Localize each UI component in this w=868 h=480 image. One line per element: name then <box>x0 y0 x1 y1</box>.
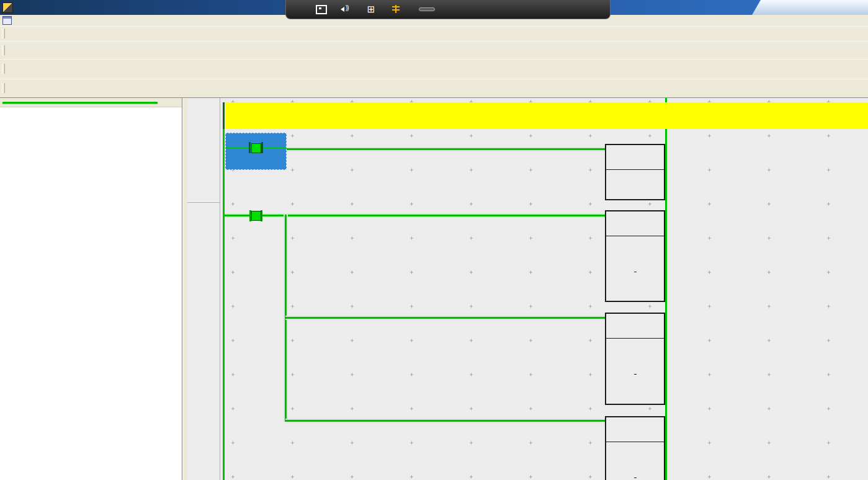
toolbar-grip[interactable] <box>2 29 5 38</box>
block-divider <box>606 442 664 442</box>
mdi-child-icon[interactable] <box>2 16 12 25</box>
project-workspace <box>0 98 182 480</box>
left-bus-bar-banner <box>223 102 225 129</box>
toolbar-grip[interactable] <box>2 64 5 74</box>
rung0-wire <box>287 147 605 151</box>
toolbar-grip[interactable] <box>2 45 5 55</box>
restore-button[interactable] <box>725 2 736 12</box>
block-divider <box>606 236 664 236</box>
toolbar-standard <box>0 26 868 42</box>
fullscreen-icon[interactable] <box>316 5 327 14</box>
mov-instruction-block-3[interactable] <box>605 416 665 480</box>
window-add-icon[interactable]: ⊞ <box>365 4 377 14</box>
block-divider <box>606 169 664 170</box>
close-button[interactable] <box>742 2 753 12</box>
mov-instruction-block-1[interactable] <box>605 210 665 302</box>
work-area <box>0 97 868 480</box>
toolbar-rungs <box>0 79 868 98</box>
contact-energized-square <box>251 143 261 153</box>
end-session-button[interactable] <box>419 7 435 11</box>
project-tree <box>0 107 182 110</box>
toolbar-plc <box>0 59 868 79</box>
left-bus-bar <box>223 129 225 480</box>
margin-rung-divider <box>187 202 220 203</box>
difu-instruction-block[interactable] <box>605 144 665 200</box>
mov-destination <box>634 374 637 384</box>
speaker-icon[interactable] <box>341 4 352 14</box>
right-bus-bar <box>665 98 667 480</box>
contact-cf101-selected[interactable] <box>225 133 287 170</box>
mov-instruction-block-2[interactable] <box>605 313 665 405</box>
block-divider <box>606 338 664 339</box>
workspace-close-icon[interactable] <box>172 99 180 105</box>
contact-energized-square <box>251 211 261 221</box>
remote-control-overlay: ⊞ <box>285 0 611 19</box>
workspace-drag-handle[interactable] <box>2 101 158 104</box>
contact-bar <box>249 142 251 153</box>
annotation-tool-icon[interactable] <box>390 4 401 14</box>
minimize-button[interactable] <box>709 2 720 12</box>
rung1-wire <box>225 213 605 218</box>
app-icon <box>2 2 13 13</box>
contact-bar <box>261 142 263 153</box>
toolbar-grip[interactable] <box>2 83 5 93</box>
workspace-collapse-icon[interactable] <box>163 99 171 105</box>
margin-divider <box>220 98 220 480</box>
workspace-header <box>0 98 182 107</box>
toolbar-diagram <box>0 41 868 60</box>
section-comment-banner[interactable] <box>225 102 868 129</box>
mov-destination <box>634 478 637 480</box>
ladder-editor[interactable] <box>187 98 868 480</box>
titlebar-light-wedge <box>752 0 868 15</box>
mov-destination <box>634 272 637 282</box>
branch-wire-3 <box>285 419 605 423</box>
branch-wire-2 <box>285 316 605 320</box>
